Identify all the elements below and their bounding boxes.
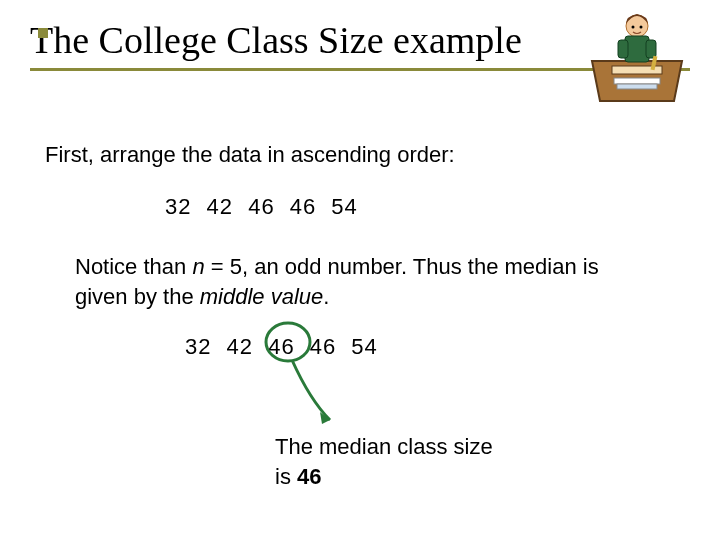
- svg-point-9: [632, 26, 635, 29]
- notice-text-pre: Notice than: [75, 254, 192, 279]
- notice-text-post: .: [323, 284, 329, 309]
- svg-point-10: [640, 26, 643, 29]
- svg-rect-7: [618, 40, 628, 58]
- svg-rect-6: [625, 36, 649, 62]
- svg-marker-13: [320, 412, 330, 424]
- notice-middle-value: middle value: [200, 284, 324, 309]
- sorted-data-row: 32 42 46 46 54: [165, 192, 358, 222]
- notice-paragraph: Notice than n = 5, an odd number. Thus t…: [75, 252, 635, 311]
- conclusion-value: 46: [297, 464, 321, 489]
- notice-n-variable: n: [192, 254, 204, 279]
- sorted-data-row-annotated: 32 42 46 46 54: [185, 332, 378, 362]
- svg-rect-3: [614, 78, 660, 84]
- student-desk-clipart: [582, 6, 692, 111]
- conclusion-text: The median class size is 46: [275, 432, 495, 491]
- svg-rect-4: [617, 84, 657, 89]
- svg-rect-8: [646, 40, 656, 58]
- instruction-line: First, arrange the data in ascending ord…: [45, 140, 455, 170]
- title-accent-square: [38, 28, 48, 38]
